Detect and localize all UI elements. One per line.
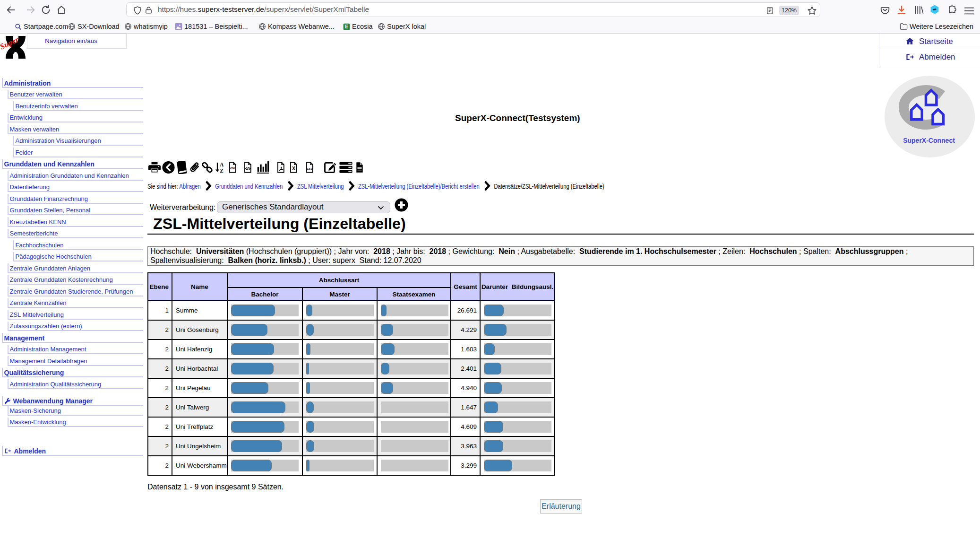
svg-text:X: X [292,166,295,171]
svg-text:E: E [345,24,348,29]
svg-text:HTML: HTML [230,167,236,170]
svg-text:CSV: CSV [307,167,312,170]
svg-text:Z: Z [220,168,224,174]
svg-text:A: A [220,162,224,167]
svg-text:SuperX-Connect: SuperX-Connect [903,137,955,144]
